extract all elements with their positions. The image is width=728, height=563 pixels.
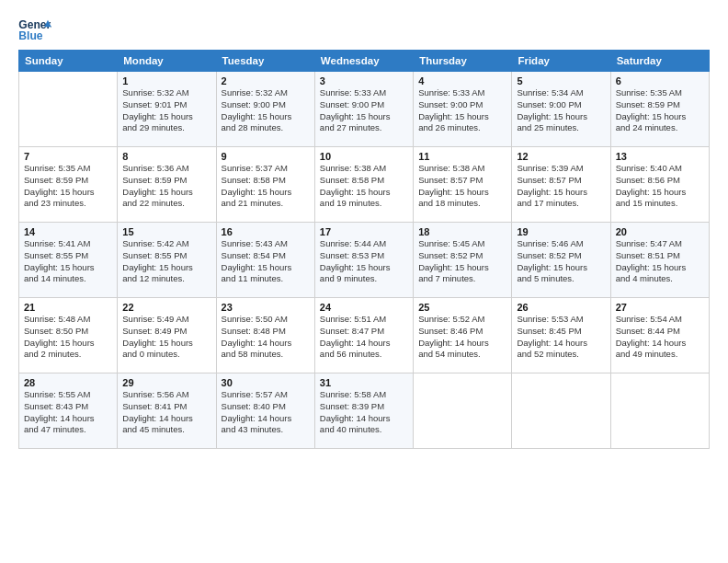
header: General Blue bbox=[18, 17, 710, 42]
calendar-cell: 23Sunrise: 5:50 AM Sunset: 8:48 PM Dayli… bbox=[216, 298, 314, 373]
day-info: Sunrise: 5:47 AM Sunset: 8:51 PM Dayligh… bbox=[616, 238, 704, 285]
day-info: Sunrise: 5:41 AM Sunset: 8:55 PM Dayligh… bbox=[24, 238, 112, 285]
day-info: Sunrise: 5:53 AM Sunset: 8:45 PM Dayligh… bbox=[517, 314, 605, 361]
day-info: Sunrise: 5:43 AM Sunset: 8:54 PM Dayligh… bbox=[222, 238, 310, 285]
calendar-cell: 13Sunrise: 5:40 AM Sunset: 8:56 PM Dayli… bbox=[610, 147, 709, 223]
day-number: 18 bbox=[418, 226, 506, 237]
day-number: 25 bbox=[418, 302, 506, 313]
calendar-cell: 27Sunrise: 5:54 AM Sunset: 8:44 PM Dayli… bbox=[610, 298, 709, 373]
day-info: Sunrise: 5:33 AM Sunset: 9:00 PM Dayligh… bbox=[320, 87, 408, 134]
day-number: 24 bbox=[320, 302, 408, 313]
calendar-cell: 31Sunrise: 5:58 AM Sunset: 8:39 PM Dayli… bbox=[314, 373, 413, 449]
col-header-saturday: Saturday bbox=[610, 51, 709, 72]
calendar-cell: 24Sunrise: 5:51 AM Sunset: 8:47 PM Dayli… bbox=[314, 298, 413, 373]
day-info: Sunrise: 5:38 AM Sunset: 8:57 PM Dayligh… bbox=[418, 163, 506, 210]
calendar-cell: 14Sunrise: 5:41 AM Sunset: 8:55 PM Dayli… bbox=[19, 223, 118, 298]
day-number: 27 bbox=[616, 302, 704, 313]
col-header-monday: Monday bbox=[118, 51, 216, 72]
calendar-cell: 8Sunrise: 5:36 AM Sunset: 8:59 PM Daylig… bbox=[118, 147, 216, 223]
day-number: 28 bbox=[24, 377, 112, 388]
calendar-cell: 16Sunrise: 5:43 AM Sunset: 8:54 PM Dayli… bbox=[216, 223, 314, 298]
calendar-cell: 25Sunrise: 5:52 AM Sunset: 8:46 PM Dayli… bbox=[414, 298, 512, 373]
calendar-cell: 18Sunrise: 5:45 AM Sunset: 8:52 PM Dayli… bbox=[414, 223, 512, 298]
day-info: Sunrise: 5:49 AM Sunset: 8:49 PM Dayligh… bbox=[122, 314, 210, 361]
day-info: Sunrise: 5:54 AM Sunset: 8:44 PM Dayligh… bbox=[616, 314, 704, 361]
day-number: 16 bbox=[222, 226, 310, 237]
calendar-cell: 6Sunrise: 5:35 AM Sunset: 8:59 PM Daylig… bbox=[610, 72, 709, 147]
calendar-header-row: SundayMondayTuesdayWednesdayThursdayFrid… bbox=[19, 51, 710, 72]
calendar-cell: 21Sunrise: 5:48 AM Sunset: 8:50 PM Dayli… bbox=[19, 298, 118, 373]
week-row-5: 28Sunrise: 5:55 AM Sunset: 8:43 PM Dayli… bbox=[19, 373, 710, 449]
day-number: 4 bbox=[418, 75, 506, 86]
day-number: 10 bbox=[320, 151, 408, 162]
day-info: Sunrise: 5:45 AM Sunset: 8:52 PM Dayligh… bbox=[418, 238, 506, 285]
day-info: Sunrise: 5:44 AM Sunset: 8:53 PM Dayligh… bbox=[320, 238, 408, 285]
calendar-cell: 29Sunrise: 5:56 AM Sunset: 8:41 PM Dayli… bbox=[118, 373, 216, 449]
day-number: 22 bbox=[122, 302, 210, 313]
calendar-cell: 1Sunrise: 5:32 AM Sunset: 9:01 PM Daylig… bbox=[118, 72, 216, 147]
day-number: 30 bbox=[222, 377, 310, 388]
calendar-cell: 3Sunrise: 5:33 AM Sunset: 9:00 PM Daylig… bbox=[314, 72, 413, 147]
day-info: Sunrise: 5:35 AM Sunset: 8:59 PM Dayligh… bbox=[24, 163, 112, 210]
calendar-cell: 9Sunrise: 5:37 AM Sunset: 8:58 PM Daylig… bbox=[216, 147, 314, 223]
day-number: 23 bbox=[222, 302, 310, 313]
day-number: 17 bbox=[320, 226, 408, 237]
calendar-cell: 19Sunrise: 5:46 AM Sunset: 8:52 PM Dayli… bbox=[512, 223, 610, 298]
day-number: 5 bbox=[517, 75, 605, 86]
day-number: 13 bbox=[616, 151, 704, 162]
calendar-cell: 17Sunrise: 5:44 AM Sunset: 8:53 PM Dayli… bbox=[314, 223, 413, 298]
calendar-cell: 4Sunrise: 5:33 AM Sunset: 9:00 PM Daylig… bbox=[414, 72, 512, 147]
day-info: Sunrise: 5:51 AM Sunset: 8:47 PM Dayligh… bbox=[320, 314, 408, 361]
day-info: Sunrise: 5:32 AM Sunset: 9:00 PM Dayligh… bbox=[222, 87, 310, 134]
day-info: Sunrise: 5:33 AM Sunset: 9:00 PM Dayligh… bbox=[418, 87, 506, 134]
day-number: 9 bbox=[222, 151, 310, 162]
calendar-cell: 7Sunrise: 5:35 AM Sunset: 8:59 PM Daylig… bbox=[19, 147, 118, 223]
logo-icon: General Blue bbox=[18, 17, 51, 42]
day-number: 31 bbox=[320, 377, 408, 388]
day-number: 14 bbox=[24, 226, 112, 237]
day-number: 11 bbox=[418, 151, 506, 162]
week-row-1: 1Sunrise: 5:32 AM Sunset: 9:01 PM Daylig… bbox=[19, 72, 710, 147]
day-number: 21 bbox=[24, 302, 112, 313]
col-header-sunday: Sunday bbox=[19, 51, 118, 72]
calendar-cell: 11Sunrise: 5:38 AM Sunset: 8:57 PM Dayli… bbox=[414, 147, 512, 223]
day-number: 20 bbox=[616, 226, 704, 237]
day-info: Sunrise: 5:35 AM Sunset: 8:59 PM Dayligh… bbox=[616, 87, 704, 134]
calendar-cell: 15Sunrise: 5:42 AM Sunset: 8:55 PM Dayli… bbox=[118, 223, 216, 298]
day-info: Sunrise: 5:56 AM Sunset: 8:41 PM Dayligh… bbox=[122, 389, 210, 436]
week-row-3: 14Sunrise: 5:41 AM Sunset: 8:55 PM Dayli… bbox=[19, 223, 710, 298]
week-row-2: 7Sunrise: 5:35 AM Sunset: 8:59 PM Daylig… bbox=[19, 147, 710, 223]
calendar-cell: 28Sunrise: 5:55 AM Sunset: 8:43 PM Dayli… bbox=[19, 373, 118, 449]
day-number: 1 bbox=[122, 75, 210, 86]
day-number: 2 bbox=[222, 75, 310, 86]
calendar-cell: 5Sunrise: 5:34 AM Sunset: 9:00 PM Daylig… bbox=[512, 72, 610, 147]
calendar-cell: 30Sunrise: 5:57 AM Sunset: 8:40 PM Dayli… bbox=[216, 373, 314, 449]
calendar-cell: 26Sunrise: 5:53 AM Sunset: 8:45 PM Dayli… bbox=[512, 298, 610, 373]
calendar-cell: 20Sunrise: 5:47 AM Sunset: 8:51 PM Dayli… bbox=[610, 223, 709, 298]
calendar-cell: 12Sunrise: 5:39 AM Sunset: 8:57 PM Dayli… bbox=[512, 147, 610, 223]
day-info: Sunrise: 5:38 AM Sunset: 8:58 PM Dayligh… bbox=[320, 163, 408, 210]
day-info: Sunrise: 5:34 AM Sunset: 9:00 PM Dayligh… bbox=[517, 87, 605, 134]
logo: General Blue bbox=[18, 17, 55, 42]
col-header-thursday: Thursday bbox=[414, 51, 512, 72]
calendar-cell: 2Sunrise: 5:32 AM Sunset: 9:00 PM Daylig… bbox=[216, 72, 314, 147]
day-info: Sunrise: 5:57 AM Sunset: 8:40 PM Dayligh… bbox=[222, 389, 310, 436]
day-number: 19 bbox=[517, 226, 605, 237]
svg-text:Blue: Blue bbox=[18, 29, 43, 42]
day-info: Sunrise: 5:50 AM Sunset: 8:48 PM Dayligh… bbox=[222, 314, 310, 361]
col-header-friday: Friday bbox=[512, 51, 610, 72]
col-header-wednesday: Wednesday bbox=[314, 51, 413, 72]
day-number: 6 bbox=[616, 75, 704, 86]
day-number: 3 bbox=[320, 75, 408, 86]
calendar-table: SundayMondayTuesdayWednesdayThursdayFrid… bbox=[18, 50, 710, 449]
day-info: Sunrise: 5:48 AM Sunset: 8:50 PM Dayligh… bbox=[24, 314, 112, 361]
day-number: 26 bbox=[517, 302, 605, 313]
day-info: Sunrise: 5:36 AM Sunset: 8:59 PM Dayligh… bbox=[122, 163, 210, 210]
calendar-cell bbox=[19, 72, 118, 147]
calendar-cell bbox=[610, 373, 709, 449]
day-number: 29 bbox=[122, 377, 210, 388]
col-header-tuesday: Tuesday bbox=[216, 51, 314, 72]
day-info: Sunrise: 5:55 AM Sunset: 8:43 PM Dayligh… bbox=[24, 389, 112, 436]
calendar-cell: 22Sunrise: 5:49 AM Sunset: 8:49 PM Dayli… bbox=[118, 298, 216, 373]
day-number: 15 bbox=[122, 226, 210, 237]
